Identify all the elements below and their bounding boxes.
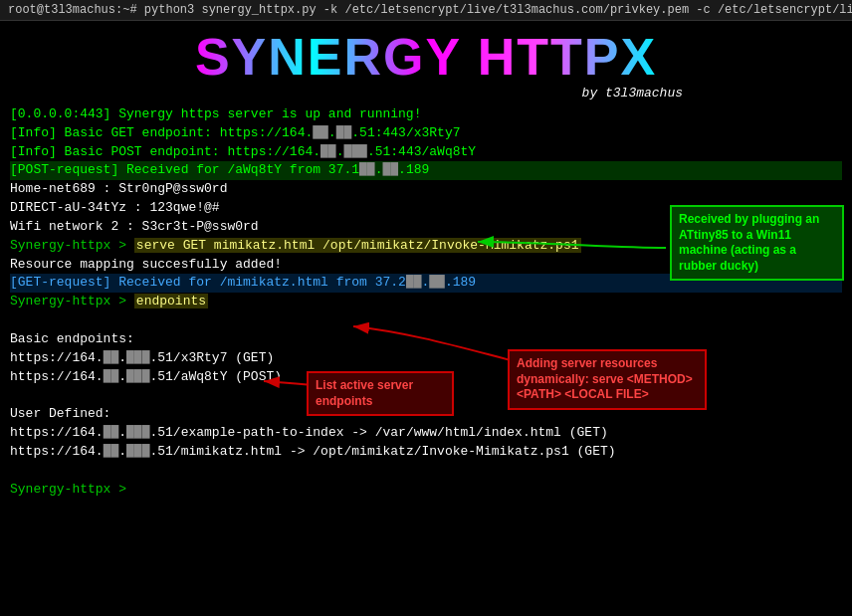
line-basic-header: Basic endpoints: bbox=[10, 330, 842, 349]
line-blank3 bbox=[10, 462, 842, 481]
line-post-request: [POST-request] Received for /aWq8tY from… bbox=[10, 161, 842, 180]
line-blank1 bbox=[10, 311, 842, 330]
callout-rubber-ducky: Received by plugging an ATtiny85 to a Wi… bbox=[670, 205, 844, 281]
callout-add-resources: Adding server resources dynamically: ser… bbox=[508, 349, 707, 410]
logo-container: SYNERGY HTTPX by t3l3machus bbox=[10, 31, 842, 103]
line-user-def2: https://164.██.███.51/mimikatz.html -> /… bbox=[10, 443, 842, 462]
line-server-up: [0.0.0.0:443] Synergy https server is up… bbox=[10, 105, 842, 124]
terminal: SYNERGY HTTPX by t3l3machus [0.0.0.0:443… bbox=[0, 21, 852, 506]
line-cred1: Home-net689 : Str0ngP@ssw0rd bbox=[10, 180, 842, 199]
callout-list-endpoints: List active server endpoints bbox=[307, 371, 454, 416]
line-final-prompt: Synergy-httpx > bbox=[10, 481, 842, 500]
line-basic-get: https://164.██.███.51/x3Rty7 (GET) bbox=[10, 349, 842, 368]
title-bar: root@t3l3machus:~# python3 synergy_httpx… bbox=[0, 0, 852, 21]
line-get-endpoint: [Info] Basic GET endpoint: https://164.█… bbox=[10, 124, 842, 143]
logo-subtitle: by t3l3machus bbox=[10, 85, 842, 103]
logo-text: SYNERGY HTTPX bbox=[195, 31, 657, 83]
line-post-endpoint: [Info] Basic POST endpoint: https://164.… bbox=[10, 143, 842, 162]
line-endpoints-cmd: Synergy-httpx > endpoints bbox=[10, 293, 842, 311]
line-user-def1: https://164.██.███.51/example-path-to-in… bbox=[10, 424, 842, 443]
title-text: root@t3l3machus:~# python3 synergy_httpx… bbox=[8, 3, 852, 17]
